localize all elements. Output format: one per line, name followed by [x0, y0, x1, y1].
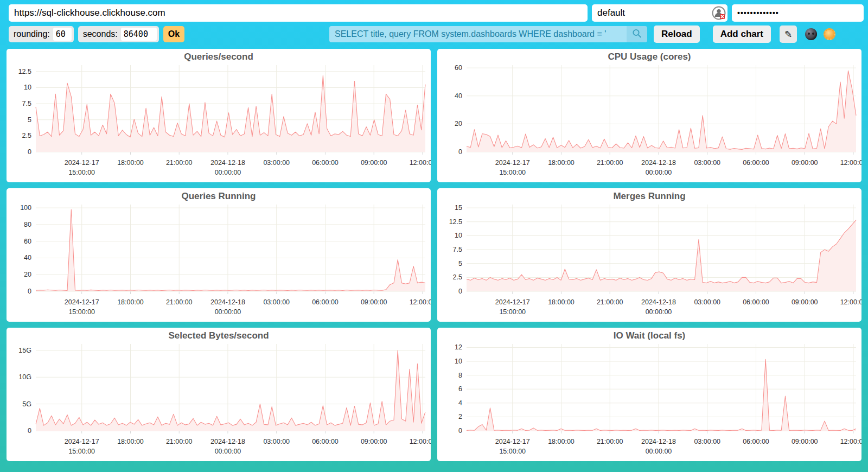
username-field-wrap — [592, 4, 727, 22]
y-tick-label: 100 — [20, 204, 31, 212]
x-tick-label: 21:00:00 — [597, 438, 623, 445]
series-area — [36, 75, 425, 152]
x-tick-label: 2024-12-17 — [65, 438, 99, 445]
y-tick-label: 10 — [455, 358, 462, 365]
y-tick-label: 60 — [455, 64, 462, 72]
x-tick-label: 12:00:00 — [410, 159, 431, 167]
chart-canvas: 2024-12-1715:00:0018:00:0021:00:002024-1… — [7, 188, 431, 322]
chart-title: IO Wait (local fs) — [437, 330, 861, 341]
chart-card-merges-running: Merges Running 2024-12-1715:00:0018:00:0… — [437, 188, 861, 322]
chart-canvas: 2024-12-1715:00:0018:00:0021:00:002024-1… — [437, 328, 861, 461]
reload-button[interactable]: Reload — [654, 25, 700, 43]
chart-title: Queries/second — [7, 52, 431, 62]
x-tick-label: 09:00:00 — [361, 159, 387, 167]
chart-title: Queries Running — [7, 191, 431, 202]
rounding-label: rounding: — [14, 29, 50, 39]
y-tick-label: 0 — [28, 288, 31, 295]
x-tick-label: 09:00:00 — [361, 298, 387, 306]
x-tick-label: 18:00:00 — [548, 438, 575, 445]
y-tick-label: 40 — [455, 92, 462, 100]
x-tick-label: 18:00:00 — [117, 298, 144, 306]
x-tick-label: 15:00:00 — [499, 308, 526, 316]
x-tick-label: 06:00:00 — [743, 298, 769, 306]
add-chart-button[interactable]: Add chart — [713, 25, 771, 43]
rounding-input[interactable] — [53, 28, 72, 41]
chart-card-selected-bytes: Selected Bytes/second 2024-12-1715:00:00… — [7, 328, 431, 461]
y-tick-label: 10 — [455, 232, 462, 239]
rounding-control: rounding: — [9, 26, 74, 42]
x-tick-label: 2024-12-18 — [210, 298, 245, 306]
x-tick-label: 06:00:00 — [312, 298, 339, 306]
server-url-input[interactable] — [9, 4, 588, 22]
chart-canvas: 2024-12-1715:00:0018:00:0021:00:002024-1… — [7, 328, 431, 461]
edit-mode-button[interactable]: ✎ — [780, 25, 797, 43]
x-tick-label: 06:00:00 — [312, 438, 339, 445]
y-tick-label: 2.5 — [453, 273, 462, 281]
search-icon — [631, 28, 642, 41]
x-tick-label: 2024-12-18 — [641, 298, 676, 306]
chart-canvas: 2024-12-1715:00:0018:00:0021:00:002024-1… — [437, 188, 861, 322]
username-input[interactable] — [592, 4, 727, 22]
user-status-icon — [712, 6, 726, 20]
y-tick-label: 6 — [458, 385, 462, 393]
sun-icon[interactable] — [824, 28, 835, 40]
x-tick-label: 03:00:00 — [694, 438, 720, 445]
x-tick-label: 15:00:00 — [68, 308, 95, 316]
run-query-button[interactable] — [627, 26, 647, 42]
x-tick-label: 2024-12-18 — [641, 159, 676, 167]
x-tick-label: 21:00:00 — [166, 159, 193, 167]
password-input[interactable] — [732, 4, 864, 22]
y-tick-label: 15G — [18, 347, 31, 354]
x-tick-label: 12:00:00 — [840, 159, 861, 167]
x-tick-label: 06:00:00 — [743, 438, 769, 445]
x-tick-label: 18:00:00 — [548, 298, 575, 306]
x-tick-label: 03:00:00 — [263, 298, 290, 306]
chart-grid — [467, 344, 856, 433]
dashboard-query-input[interactable] — [329, 26, 627, 42]
y-tick-label: 10G — [18, 373, 31, 381]
chart-canvas: 2024-12-1715:00:0018:00:0021:00:002024-1… — [7, 49, 431, 182]
chart-card-queries-running: Queries Running 2024-12-1715:00:0018:00:… — [7, 188, 431, 322]
x-tick-label: 00:00:00 — [646, 448, 672, 455]
series-line — [36, 350, 425, 425]
series-area — [467, 359, 856, 431]
y-tick-label: 7.5 — [453, 246, 462, 253]
chart-title: Selected Bytes/second — [7, 330, 431, 341]
x-tick-label: 15:00:00 — [499, 448, 526, 455]
x-tick-label: 21:00:00 — [166, 438, 193, 445]
x-tick-label: 18:00:00 — [548, 159, 575, 167]
chart-card-queries-per-second: Queries/second 2024-12-1715:00:0018:00:0… — [7, 49, 431, 182]
chart-title: Merges Running — [437, 191, 861, 202]
y-tick-label: 20 — [24, 271, 31, 278]
x-tick-label: 2024-12-17 — [495, 438, 530, 445]
y-tick-label: 15 — [455, 204, 462, 212]
x-tick-label: 2024-12-18 — [641, 438, 676, 445]
x-tick-label: 2024-12-18 — [210, 159, 245, 167]
x-tick-label: 15:00:00 — [68, 448, 95, 455]
y-tick-label: 40 — [24, 254, 31, 261]
y-tick-label: 0 — [28, 148, 31, 156]
y-tick-label: 60 — [24, 238, 31, 245]
y-tick-label: 0 — [458, 427, 462, 435]
series-line — [36, 209, 425, 290]
chart-canvas: 2024-12-1715:00:0018:00:0021:00:002024-1… — [437, 49, 861, 182]
y-tick-label: 10 — [24, 84, 31, 91]
y-tick-label: 20 — [455, 120, 462, 127]
y-tick-label: 12.5 — [449, 218, 462, 226]
chart-title: CPU Usage (cores) — [437, 52, 861, 62]
chart-card-io-wait: IO Wait (local fs) 2024-12-1715:00:0018:… — [437, 328, 861, 461]
y-tick-label: 5G — [22, 400, 31, 408]
x-tick-label: 21:00:00 — [597, 159, 623, 167]
series-area — [467, 220, 856, 291]
y-tick-label: 12 — [455, 343, 462, 351]
y-tick-label: 12.5 — [18, 68, 31, 75]
chart-grid — [36, 205, 425, 294]
x-tick-label: 03:00:00 — [694, 298, 720, 306]
x-tick-label: 09:00:00 — [792, 438, 818, 445]
y-tick-label: 0 — [458, 148, 462, 156]
moon-icon[interactable] — [805, 28, 817, 40]
y-tick-label: 4 — [458, 399, 462, 407]
seconds-input[interactable] — [121, 28, 157, 41]
x-tick-label: 00:00:00 — [215, 308, 241, 316]
ok-button[interactable]: Ok — [163, 26, 184, 42]
